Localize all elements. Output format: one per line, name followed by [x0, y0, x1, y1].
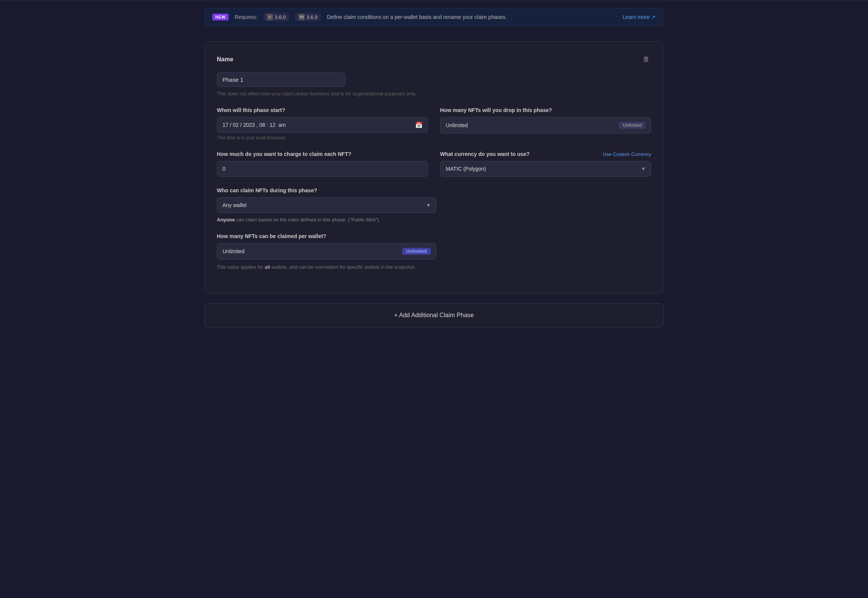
- use-custom-currency-link[interactable]: Use Custom Currency: [603, 151, 651, 157]
- learn-more-link[interactable]: Learn more ↗: [623, 14, 656, 20]
- anyone-note: Anyone can claim based on the rules defi…: [217, 217, 651, 223]
- charge-label: How much do you want to charge to claim …: [217, 151, 428, 157]
- currency-select[interactable]: MATIC (Polygon) ETH USDC Custom: [440, 161, 651, 177]
- nft-count-group: How many NFTs will you drop in this phas…: [440, 107, 651, 140]
- datetime-input-wrapper: 📅: [217, 117, 428, 133]
- wallet-note-all: all: [264, 264, 270, 270]
- ts-version-badge: TS 3.6.0: [295, 13, 321, 21]
- trash-icon: 🗑: [643, 55, 650, 63]
- row-charge-currency: How much do you want to charge to claim …: [217, 151, 651, 177]
- react-version-number: 3.6.0: [275, 14, 286, 20]
- anyone-rest: can claim based on the rules defined in …: [235, 217, 379, 223]
- per-wallet-badge: Unlimited: [402, 248, 431, 255]
- ts-version-number: 3.6.0: [306, 14, 317, 20]
- delete-phase-button[interactable]: 🗑: [641, 54, 651, 65]
- wallet-select[interactable]: Any wallet Specific wallets (Snapshot): [217, 197, 436, 213]
- timezone-note: This time is in your local timezone.: [217, 135, 428, 140]
- who-can-claim-label: Who can claim NFTs during this phase?: [217, 187, 651, 193]
- ts-icon: TS: [299, 14, 305, 20]
- card-header: Name 🗑: [217, 54, 651, 65]
- anyone-bold: Anyone: [217, 217, 235, 223]
- react-icon: ⚛: [267, 14, 273, 20]
- per-wallet-group: How many NFTs can be claimed per wallet?…: [217, 233, 651, 271]
- wallet-select-wrapper: Any wallet Specific wallets (Snapshot) ▼: [217, 197, 436, 213]
- phase-name-input[interactable]: [217, 72, 345, 87]
- who-can-claim-group: Who can claim NFTs during this phase? An…: [217, 187, 651, 223]
- row-start-nfts: When will this phase start? 📅 This time …: [217, 107, 651, 140]
- when-start-group: When will this phase start? 📅 This time …: [217, 107, 428, 140]
- nft-count-badge: Unlimited: [619, 122, 646, 129]
- banner-description: Define claim conditions on a per-wallet …: [327, 14, 617, 20]
- new-feature-banner: NEW Requires: ⚛ 3.6.0 TS 3.6.0 Define cl…: [204, 8, 664, 26]
- wallet-note-prefix: This value applies for: [217, 264, 264, 270]
- when-start-label: When will this phase start?: [217, 107, 428, 113]
- add-phase-label: + Add Additional Claim Phase: [394, 312, 474, 319]
- name-section-title: Name: [217, 56, 233, 63]
- nft-count-label: How many NFTs will you drop in this phas…: [440, 107, 651, 113]
- new-badge: NEW: [212, 14, 229, 20]
- nft-count-field[interactable]: Unlimited Unlimited: [440, 117, 651, 134]
- per-wallet-label: How many NFTs can be claimed per wallet?: [217, 233, 651, 239]
- wallet-note: This value applies for all wallets, and …: [217, 263, 651, 271]
- charge-group: How much do you want to charge to claim …: [217, 151, 428, 177]
- wallet-note-suffix: wallets, and can be overridden for speci…: [270, 264, 415, 270]
- charge-input[interactable]: [217, 161, 428, 177]
- per-wallet-field[interactable]: Unlimited Unlimited: [217, 243, 436, 260]
- claim-phase-card: Name 🗑 This does not affect how your cla…: [204, 41, 664, 294]
- requires-label: Requires:: [235, 14, 257, 20]
- datetime-input[interactable]: [217, 117, 428, 133]
- currency-label: What currency do you want to use?: [440, 151, 529, 157]
- phase-name-help-text: This does not affect how your claim phas…: [217, 91, 651, 97]
- currency-label-row: What currency do you want to use? Use Cu…: [440, 151, 651, 157]
- nft-count-value: Unlimited: [446, 122, 468, 128]
- currency-group: What currency do you want to use? Use Cu…: [440, 151, 651, 177]
- currency-select-wrapper: MATIC (Polygon) ETH USDC Custom ▼: [440, 161, 651, 177]
- add-additional-claim-phase-button[interactable]: + Add Additional Claim Phase: [204, 303, 664, 327]
- react-version-badge: ⚛ 3.6.0: [263, 13, 289, 21]
- per-wallet-value: Unlimited: [222, 248, 244, 254]
